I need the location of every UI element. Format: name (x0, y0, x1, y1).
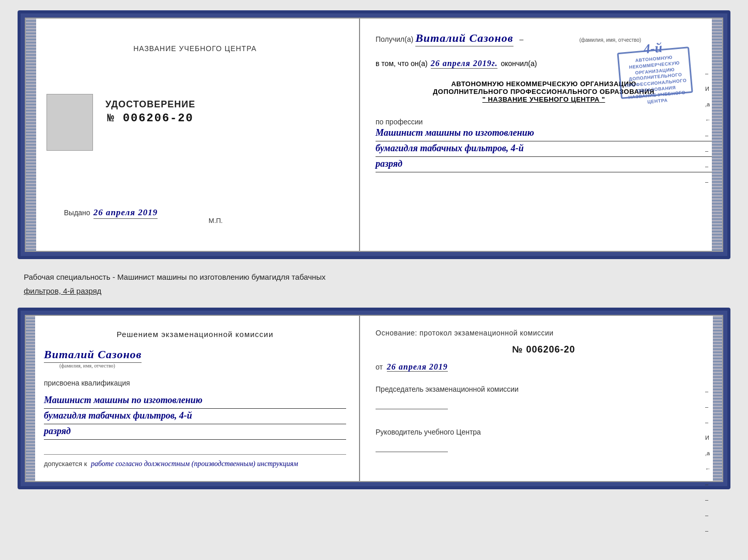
exam-right-side-marks: – – – И ,а ← – – – – (705, 388, 711, 534)
profession-block: по профессии Машинист машины по изготовл… (376, 118, 712, 172)
predsedatel-block: Председатель экзаменационной комиссии (376, 384, 712, 409)
exam-date-row: от 26 апреля 2019 (376, 362, 712, 372)
issued-label: Выдано (64, 209, 90, 217)
caption-text2: фильтров, 4-й разряд (22, 283, 726, 297)
qual-line3: разряд (44, 424, 346, 440)
exam-name-block: Виталий Сазонов (фамилия, имя, отчество) (44, 348, 346, 369)
qual-line2: бумагидля табачных фильтров, 4-й (44, 409, 346, 424)
rukovoditel-label: Руководитель учебного Центра (376, 427, 712, 438)
exam-right-binding (713, 316, 722, 481)
stamp-number: 4-й (643, 40, 663, 57)
cert-date: 26 апреля 2019г. (431, 59, 498, 69)
recipient-name: Виталий Сазонов (415, 31, 513, 46)
po-professii: по профессии (376, 118, 712, 126)
vtom-label: в том, что он(а) (376, 59, 428, 68)
dopusk-text: работе согласно должностным (производств… (91, 460, 298, 468)
qualification-block: Машинист машины по изготовлению бумагидл… (44, 393, 346, 440)
binding-decoration (26, 19, 36, 251)
exam-date: 26 апреля 2019 (387, 362, 448, 372)
profession-line3: разряд (376, 157, 712, 172)
exam-right-page: Основание: протокол экзаменационной коми… (360, 316, 722, 481)
poluchil-label: Получил(а) (376, 35, 413, 43)
right-binding-decoration (712, 19, 722, 251)
caption-block: Рабочая специальность - Машинист машины … (18, 267, 730, 299)
dopuskaetsya-label: допускается к (44, 460, 87, 468)
photo-placeholder (46, 94, 93, 151)
exam-left-binding (26, 316, 35, 481)
rukovoditel-signature-line (376, 442, 448, 452)
ot-label: от (376, 363, 383, 371)
cert-left-page: НАЗВАНИЕ УЧЕБНОГО ЦЕНТРА УДОСТОВЕРЕНИЕ №… (26, 19, 360, 251)
okonchil-label: окончил(а) (501, 59, 537, 68)
issued-date: 26 апреля 2019 (93, 207, 158, 219)
certificate-document: НАЗВАНИЕ УЧЕБНОГО ЦЕНТРА УДОСТОВЕРЕНИЕ №… (18, 10, 730, 259)
predsedatel-label: Председатель экзаменационной комиссии (376, 384, 712, 395)
cert-header: НАЗВАНИЕ УЧЕБНОГО ЦЕНТРА (133, 44, 257, 53)
protocol-number: № 006206-20 (376, 344, 712, 355)
official-stamp: 4-й АВТОНОМНУЮ НЕКОММЕРЧЕСКУЮ ОРГАНИЗАЦИ… (617, 46, 693, 99)
predsedatel-signature-line (376, 399, 448, 409)
exam-left-page: Решением экзаменационной комиссии Витали… (26, 316, 360, 481)
cert-title: УДОСТОВЕРЕНИЕ (105, 99, 195, 110)
caption-text1: Рабочая специальность - Машинист машины … (22, 269, 726, 283)
profession-line2: бумагидля табачных фильтров, 4-й (376, 141, 712, 157)
qual-line1: Машинист машины по изготовлению (44, 393, 346, 409)
profession-line1: Машинист машины по изготовлению (376, 126, 712, 141)
cert-number: № 006206-20 (105, 112, 195, 125)
prisvoena-label: присвоена квалификация (44, 379, 346, 387)
side-marks: – И ,а ← – – – – (705, 70, 711, 185)
cert-right-page: Получил(а) Виталий Сазонов – (фамилия, и… (360, 19, 722, 251)
rukovoditel-block: Руководитель учебного Центра (376, 427, 712, 452)
name-sublabel: (фамилия, имя, отчество) (579, 37, 641, 43)
mp-label: М.П. (209, 217, 223, 225)
dopuskaetsya-block: допускается к работе согласно должностны… (44, 454, 346, 468)
exam-heading: Решением экзаменационной комиссии (44, 329, 346, 340)
exam-name: Виталий Сазонов (44, 348, 142, 363)
exam-document: Решением экзаменационной комиссии Витали… (18, 308, 730, 489)
exam-name-sub: (фамилия, имя, отчество) (59, 363, 115, 369)
dash1: – (520, 35, 524, 43)
osnovanie-label: Основание: протокол экзаменационной коми… (376, 329, 712, 337)
